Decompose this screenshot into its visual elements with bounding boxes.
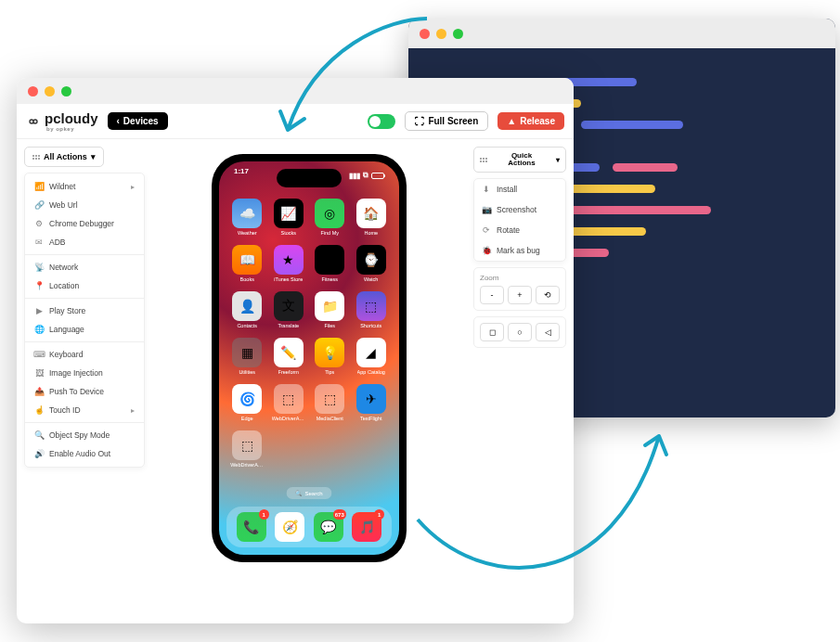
app-shortcuts[interactable]: ⬚Shortcuts <box>355 291 389 328</box>
maximize-icon[interactable] <box>61 86 71 96</box>
phone-frame: 1:17 ▮▮▮ ⧉ ☁️Weather📈Stocks◎Find My🏠Home… <box>212 154 407 562</box>
caret-down-icon: ▾ <box>556 156 560 164</box>
app-tips[interactable]: 💡Tips <box>313 338 347 375</box>
action-play-store[interactable]: ▶Play Store <box>25 302 144 320</box>
infinity-icon <box>26 117 41 126</box>
drag-handle-icon <box>32 155 40 160</box>
action-location[interactable]: 📍Location <box>25 276 144 295</box>
app-webdriveragen-[interactable]: ⬚WebDriverAgen... <box>230 430 265 468</box>
nav-circle-button[interactable]: ○ <box>508 323 532 341</box>
zoom-in-button[interactable]: + <box>508 286 532 304</box>
quick-install[interactable]: ⬇Install <box>474 179 565 199</box>
status-toggle[interactable] <box>368 114 395 129</box>
app-weather[interactable]: ☁️Weather <box>230 199 265 236</box>
action-language[interactable]: 🌐Language <box>25 320 144 339</box>
chevron-right-icon: ▸ <box>131 183 135 191</box>
quick-actions-button[interactable]: Quick Actions ▾ <box>473 147 566 173</box>
app-files[interactable]: 📁Files <box>313 291 347 328</box>
action-label: Wildnet <box>49 182 75 191</box>
action-image-injection[interactable]: 🖼Image Injection <box>25 364 144 382</box>
action-icon: 📤 <box>34 387 44 396</box>
action-object-spy-mode[interactable]: 🔍Object Spy Mode <box>25 426 144 444</box>
quick-screenshot[interactable]: 📷Screenshot <box>474 199 565 220</box>
app-label: Books <box>240 276 254 282</box>
maximize-icon[interactable] <box>453 29 463 39</box>
app-home[interactable]: 🏠Home <box>355 199 389 236</box>
action-icon: ▶ <box>34 306 44 315</box>
action-icon: 📍 <box>34 281 44 290</box>
search-pill[interactable]: 🔍 Search <box>286 487 331 499</box>
app-label: Weather <box>238 230 257 236</box>
app-icon: ⌚ <box>356 245 386 275</box>
minimize-icon[interactable] <box>45 86 55 96</box>
dock-app[interactable]: 🎵1 <box>352 512 381 542</box>
app-label: Stocks <box>280 230 296 236</box>
nav-back-button[interactable]: ◁ <box>536 323 560 341</box>
app-label: App Catalog <box>357 369 385 375</box>
app-edge[interactable]: 🌀Edge <box>230 384 265 421</box>
action-label: Language <box>49 325 84 334</box>
app-icon: ★ <box>274 245 304 275</box>
app-books[interactable]: 📖Books <box>230 245 265 282</box>
close-icon[interactable] <box>420 29 430 39</box>
action-keyboard[interactable]: ⌨Keyboard <box>25 345 144 364</box>
app-webdriveragen-[interactable]: ⬚WebDriverAgen... <box>272 384 306 421</box>
action-label: Chrome Debugger <box>49 219 114 228</box>
app-label: Watch <box>364 276 378 282</box>
action-icon: 🖼 <box>34 368 44 378</box>
action-push-to-device[interactable]: 📤Push To Device <box>25 382 144 401</box>
app-app-catalog[interactable]: ◢App Catalog <box>355 338 389 375</box>
fullscreen-button[interactable]: ⛶ Full Screen <box>405 111 488 131</box>
app-mediaclient[interactable]: ⬚MediaClient <box>313 384 347 421</box>
phone-screen[interactable]: 1:17 ▮▮▮ ⧉ ☁️Weather📈Stocks◎Find My🏠Home… <box>219 161 399 555</box>
app-testflight[interactable]: ✈TestFlight <box>355 384 389 421</box>
action-adb[interactable]: ✉ADB <box>25 233 144 251</box>
app-stocks[interactable]: 📈Stocks <box>272 199 306 236</box>
zoom-out-button[interactable]: - <box>480 286 504 304</box>
action-icon: 🔊 <box>34 449 44 458</box>
zoom-reset-button[interactable]: ⟲ <box>536 286 560 304</box>
app-icon: ☁️ <box>232 199 262 228</box>
right-column: Quick Actions ▾ ⬇Install📷Screenshot⟳Rota… <box>473 147 566 616</box>
app-watch[interactable]: ⌚Watch <box>355 245 389 282</box>
chevron-left-icon: ‹ <box>117 116 120 126</box>
close-icon[interactable] <box>28 86 38 96</box>
dock-app[interactable]: 💬673 <box>314 512 343 542</box>
quick-icon: ⟳ <box>482 225 491 235</box>
devices-button[interactable]: ‹ Devices <box>108 112 168 130</box>
app-contacts[interactable]: 👤Contacts <box>230 291 265 328</box>
quick-rotate[interactable]: ⟳Rotate <box>474 220 565 240</box>
app-icon: 👤 <box>232 291 262 321</box>
devices-label: Devices <box>123 116 159 126</box>
quick-mark-as-bug[interactable]: 🐞Mark as bug <box>474 240 565 261</box>
app-itunes-store[interactable]: ★iTunes Store <box>272 245 306 282</box>
app-freeform[interactable]: ✏️Freeform <box>272 338 306 375</box>
action-label: ADB <box>49 238 65 247</box>
release-button[interactable]: ▲ Release <box>498 112 564 130</box>
all-actions-button[interactable]: All Actions ▾ <box>24 147 104 167</box>
action-web-url[interactable]: 🔗Web Url <box>25 196 144 214</box>
toolbar: pcloudy by opkey ‹ Devices ⛶ Full Screen… <box>17 104 574 139</box>
app-label: MediaClient <box>317 416 343 421</box>
app-label: Fitness <box>321 276 338 282</box>
action-chrome-debugger[interactable]: ⚙Chrome Debugger <box>25 214 144 233</box>
app-fitness[interactable]: ◉Fitness <box>313 245 347 282</box>
wifi-icon: ⧉ <box>363 171 368 180</box>
app-utilities[interactable]: ▦Utilities <box>230 338 265 375</box>
dock-app[interactable]: 📞1 <box>237 512 266 542</box>
minimize-icon[interactable] <box>436 29 446 39</box>
action-touch-id[interactable]: ☝Touch ID▸ <box>25 401 144 419</box>
app-label: Translate <box>278 323 299 328</box>
action-wildnet[interactable]: 📶Wildnet▸ <box>25 177 144 196</box>
app-label: Contacts <box>237 323 257 328</box>
app-label: WebDriverAgen... <box>230 462 264 468</box>
dock-app[interactable]: 🧭 <box>275 512 304 542</box>
action-enable-audio-out[interactable]: 🔊Enable Audio Out <box>25 444 144 463</box>
app-find-my[interactable]: ◎Find My <box>313 199 347 236</box>
pcloudy-window: pcloudy by opkey ‹ Devices ⛶ Full Screen… <box>17 78 574 623</box>
app-translate[interactable]: 文Translate <box>272 291 306 328</box>
action-icon: 📶 <box>34 182 44 191</box>
action-network[interactable]: 📡Network <box>25 258 144 276</box>
nav-square-button[interactable]: ◻ <box>480 323 504 341</box>
action-label: Image Injection <box>49 368 103 378</box>
